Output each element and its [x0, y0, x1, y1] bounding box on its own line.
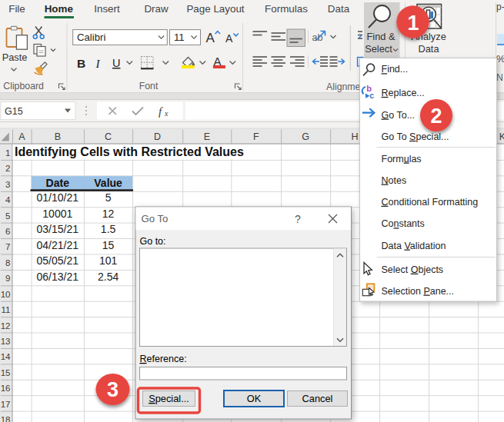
svg-text:D: D: [154, 131, 161, 142]
svg-text:F: F: [253, 131, 259, 142]
svg-text:12: 12: [1, 321, 11, 331]
svg-text:3: 3: [5, 180, 10, 189]
svg-text:Draw: Draw: [144, 3, 169, 15]
svg-text:File: File: [8, 3, 25, 15]
svg-text:Paste: Paste: [2, 52, 28, 63]
svg-text:c: c: [369, 91, 374, 100]
svg-text:Replace...: Replace...: [382, 88, 425, 98]
svg-text:14: 14: [1, 352, 11, 361]
svg-text:Date: Date: [46, 177, 70, 189]
svg-text:U: U: [112, 57, 120, 69]
svg-text:Go To...: Go To...: [382, 110, 416, 121]
svg-text:Formulas: Formulas: [265, 3, 308, 15]
svg-text:B: B: [55, 131, 61, 142]
svg-text:13: 13: [1, 337, 11, 346]
svg-text:5: 5: [5, 211, 10, 221]
svg-text:11: 11: [174, 32, 185, 43]
svg-text:G15: G15: [5, 106, 23, 117]
svg-text:10: 10: [1, 290, 11, 299]
svg-text:E: E: [204, 131, 210, 142]
svg-text:04/21/21: 04/21/21: [37, 239, 79, 251]
svg-text:16: 16: [1, 384, 11, 393]
svg-text:03/15/21: 03/15/21: [37, 223, 79, 235]
svg-text:2: 2: [5, 164, 10, 173]
svg-text:I: I: [95, 57, 101, 70]
svg-text:3: 3: [107, 378, 118, 401]
svg-text:A: A: [206, 31, 215, 45]
svg-text:K: K: [499, 131, 504, 142]
svg-text:8: 8: [5, 258, 10, 267]
svg-text:?: ?: [295, 213, 301, 225]
svg-text:18: 18: [1, 415, 11, 422]
svg-text:Insert: Insert: [94, 3, 120, 15]
svg-text:Go To: Go To: [142, 213, 169, 224]
svg-text:7: 7: [5, 242, 10, 251]
svg-text:Formulas: Formulas: [382, 154, 422, 164]
svg-text:15: 15: [102, 239, 115, 251]
svg-text:2.54: 2.54: [98, 271, 118, 283]
svg-text:Selection Pane...: Selection Pane...: [382, 286, 455, 297]
svg-text:%: %: [496, 53, 504, 65]
svg-text:Home: Home: [45, 3, 73, 15]
svg-text:Data Validation: Data Validation: [382, 241, 446, 251]
svg-text:Select Objects: Select Objects: [382, 264, 444, 275]
svg-text:Value: Value: [94, 177, 122, 189]
svg-text:B: B: [77, 57, 85, 70]
svg-text:1.5: 1.5: [101, 223, 116, 235]
svg-text:Data: Data: [328, 3, 350, 15]
svg-text:Go to:: Go to:: [140, 236, 166, 247]
svg-text:x: x: [164, 109, 169, 118]
svg-text:A: A: [225, 32, 233, 45]
svg-text:ab: ab: [312, 32, 323, 43]
svg-text:12: 12: [102, 208, 115, 220]
svg-text:Notes: Notes: [382, 175, 407, 186]
svg-text:N: N: [496, 72, 503, 83]
svg-text:4: 4: [5, 195, 11, 204]
svg-text:11: 11: [2, 305, 11, 314]
svg-text:Data: Data: [418, 43, 439, 55]
svg-text:Constants: Constants: [382, 218, 425, 229]
svg-text:Font: Font: [139, 81, 159, 91]
svg-text:A: A: [18, 131, 25, 142]
svg-text:5: 5: [105, 191, 112, 204]
svg-text:C: C: [105, 131, 112, 142]
svg-text:Clipboard: Clipboard: [3, 81, 44, 91]
svg-text:Identifying Cells with Restric: Identifying Cells with Restricted Values: [15, 145, 244, 158]
svg-text:p-: p-: [496, 2, 504, 12]
svg-text:15: 15: [1, 368, 11, 377]
svg-text:10001: 10001: [42, 208, 72, 220]
svg-text:Calibri: Calibri: [77, 32, 105, 43]
svg-text:H: H: [352, 131, 359, 142]
svg-text:1: 1: [407, 12, 419, 35]
svg-text:Cancel: Cancel: [302, 393, 333, 404]
svg-text:2: 2: [430, 105, 442, 128]
svg-text:Conditional Formatting: Conditional Formatting: [382, 197, 479, 208]
svg-text:9: 9: [5, 274, 10, 283]
svg-text:17: 17: [1, 400, 11, 409]
svg-text:Special...: Special...: [149, 393, 189, 404]
svg-text:G: G: [302, 131, 309, 142]
svg-text:Find &: Find &: [367, 31, 396, 42]
svg-text:Page Layout: Page Layout: [186, 3, 244, 15]
svg-text:Go To Special...: Go To Special...: [382, 131, 449, 142]
svg-text:01/10/21: 01/10/21: [37, 191, 79, 204]
svg-text:Find...: Find...: [382, 64, 409, 75]
svg-text:05/05/21: 05/05/21: [37, 254, 79, 267]
svg-text:Select: Select: [365, 43, 392, 55]
svg-text:Reference:: Reference:: [140, 354, 187, 364]
svg-text:101: 101: [99, 254, 118, 267]
svg-text:06/13/21: 06/13/21: [37, 271, 79, 283]
svg-text:6: 6: [5, 227, 10, 236]
svg-text:1: 1: [5, 148, 10, 158]
svg-text:OK: OK: [247, 393, 262, 404]
